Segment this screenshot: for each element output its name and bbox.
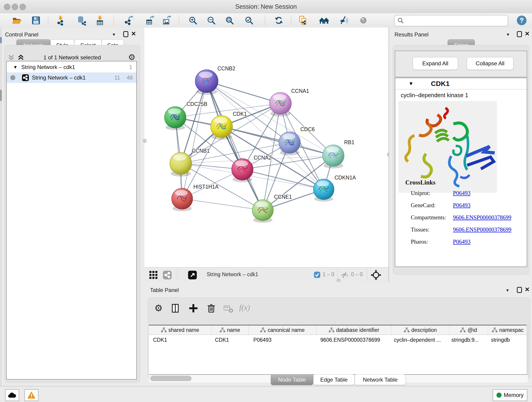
window-title: Session: New Session: [0, 3, 532, 10]
crosslink-uniprot-link[interactable]: P06493: [453, 190, 470, 196]
search-input[interactable]: [406, 17, 508, 24]
network-node-CDC6[interactable]: CDC6: [279, 126, 315, 155]
network-node-CDK1[interactable]: CDK1: [210, 111, 247, 140]
network-node-CCNE1[interactable]: CCNE1: [252, 194, 292, 223]
results-panel-close-icon[interactable]: ✕: [525, 30, 530, 37]
node-label: CCNB2: [217, 65, 235, 71]
grid-view-icon[interactable]: [149, 271, 158, 279]
node-label: CCNB1: [192, 148, 210, 154]
save-session-icon[interactable]: [31, 15, 41, 26]
control-panel-float-icon[interactable]: [123, 31, 128, 37]
memory-button[interactable]: Memory: [493, 389, 527, 401]
export-image-icon[interactable]: [161, 15, 172, 26]
table-cell[interactable]: P06493: [249, 335, 316, 345]
first-neighbors-icon[interactable]: [319, 15, 329, 26]
table-cell[interactable]: cyclin–dependent ...: [390, 335, 447, 345]
memory-label: Memory: [504, 392, 524, 398]
table-vscrollbar[interactable]: [526, 325, 529, 374]
table-cell[interactable]: 9606.ENSP00000378699: [316, 335, 390, 345]
crosslink-genecard-link[interactable]: P06493: [453, 202, 470, 209]
node-label: CCNA2: [254, 155, 272, 161]
hscrollbar-thumb[interactable]: [150, 376, 191, 381]
help-icon[interactable]: ?: [516, 15, 527, 26]
crosslink-compartments-link[interactable]: 9606.ENSP00000378699: [453, 214, 511, 221]
tab-edge-table[interactable]: Edge Table: [313, 374, 355, 385]
toolbar-separator: [265, 16, 265, 25]
left-splitter-handle[interactable]: [143, 139, 147, 143]
table-panel-float-icon[interactable]: [517, 287, 522, 293]
crosslink-label: Compartments:: [411, 214, 446, 221]
zoom-selected-icon[interactable]: [244, 15, 254, 26]
table-cell[interactable]: CDK1: [149, 335, 211, 345]
table-panel-menu-icon[interactable]: ▾: [506, 287, 509, 293]
results-panel-menu-icon[interactable]: ▾: [507, 32, 509, 37]
hide-selected-icon[interactable]: [339, 15, 349, 26]
network-canvas[interactable]: CCNB2CCNA1CDC25BCDK1CDC6RB1CCNB1CCNA2CDK…: [144, 27, 389, 267]
delete-column-icon[interactable]: [206, 303, 216, 313]
column-header-2[interactable]: canonical name: [249, 325, 317, 335]
status-bar: [0, 386, 532, 402]
zoom-out-icon[interactable]: [206, 15, 216, 26]
column-header-5[interactable]: @id: [449, 325, 488, 335]
open-session-icon[interactable]: [12, 15, 22, 26]
table-cell[interactable]: stringdb:9...: [447, 335, 487, 345]
network-node-HIST1H1A[interactable]: HIST1H1A: [172, 184, 219, 211]
import-network-file-icon[interactable]: [55, 15, 66, 26]
crosslink-tissues-link[interactable]: 9606.ENSP00000378699: [453, 226, 511, 233]
column-header-0[interactable]: shared name: [149, 325, 211, 335]
import-network-database-icon[interactable]: [76, 15, 87, 26]
table-gear-icon[interactable]: ⚙: [154, 303, 163, 313]
zoom-fit-icon[interactable]: [224, 15, 235, 26]
network-overview-icon[interactable]: [163, 270, 172, 280]
column-header-6[interactable]: namespac: [488, 325, 528, 335]
network-collection-row[interactable]: ▼ String Network – cdk1 1: [7, 62, 136, 72]
crosslink-pharos-link[interactable]: P06493: [453, 239, 470, 245]
control-panel-menu-icon[interactable]: ▾: [113, 32, 115, 37]
search-box[interactable]: [394, 15, 508, 26]
results-panel: Results Panel ▾ ✕ String Expand All Coll…: [389, 27, 532, 282]
table-panel-close-icon[interactable]: ✕: [525, 286, 530, 293]
control-panel-close-icon[interactable]: ✕: [131, 30, 136, 37]
network-node-RB1[interactable]: RB1: [323, 139, 355, 168]
selected-checkbox-icon[interactable]: [314, 272, 320, 278]
cdk1-header-row[interactable]: ▼ CDK1: [395, 78, 527, 89]
network-row-selected[interactable]: String Network – cdk1 11 48: [7, 72, 136, 83]
results-panel-float-icon[interactable]: [517, 31, 522, 37]
tab-node-table[interactable]: Node Table: [271, 374, 313, 385]
node-label: HIST1H1A: [193, 184, 219, 190]
network-node-count: 11: [114, 75, 120, 81]
detach-view-icon[interactable]: [188, 270, 197, 280]
cdk1-disclosure-icon[interactable]: ▼: [409, 81, 413, 87]
tab-network-table[interactable]: Network Table: [355, 374, 406, 385]
column-header-4[interactable]: description: [392, 325, 450, 335]
network-list-gear-icon[interactable]: ⚙: [128, 52, 135, 62]
warning-button[interactable]: [24, 389, 38, 401]
collection-disclosure-icon[interactable]: ▼: [13, 65, 18, 70]
table-cell[interactable]: CDK1: [211, 335, 249, 345]
column-header-3[interactable]: database identifier: [317, 325, 392, 335]
clone-network-icon[interactable]: [298, 15, 308, 26]
cloud-button[interactable]: [5, 389, 19, 401]
table-cell[interactable]: stringdb: [487, 335, 528, 345]
network-edge: [207, 81, 263, 210]
collapse-all-button[interactable]: Collapse All: [467, 57, 513, 70]
table-row[interactable]: CDK1CDK1P064939606.ENSP00000378699cyclin…: [149, 335, 528, 345]
refresh-icon[interactable]: [273, 15, 284, 26]
import-table-icon[interactable]: [95, 15, 105, 26]
export-table-icon[interactable]: [145, 15, 155, 26]
zoom-in-icon[interactable]: [188, 15, 198, 26]
add-column-icon[interactable]: [188, 303, 198, 313]
network-edge: [222, 127, 333, 156]
expand-all-button[interactable]: Expand All: [413, 57, 458, 70]
nav-separator: [337, 269, 337, 280]
show-columns-icon[interactable]: [171, 303, 181, 313]
network-node-CDKN1A[interactable]: CDKN1A: [313, 175, 356, 202]
show-all-icon[interactable]: [358, 15, 369, 26]
hidden-counts: 0 – 0: [351, 271, 363, 278]
column-header-1[interactable]: name: [211, 325, 249, 335]
export-network-icon[interactable]: [123, 15, 134, 26]
network-node-CCNB2[interactable]: CCNB2: [195, 65, 235, 95]
table-panel-title: Table Panel: [150, 287, 179, 293]
column-tree-icon: [161, 327, 167, 332]
birds-eye-icon[interactable]: [371, 270, 381, 280]
